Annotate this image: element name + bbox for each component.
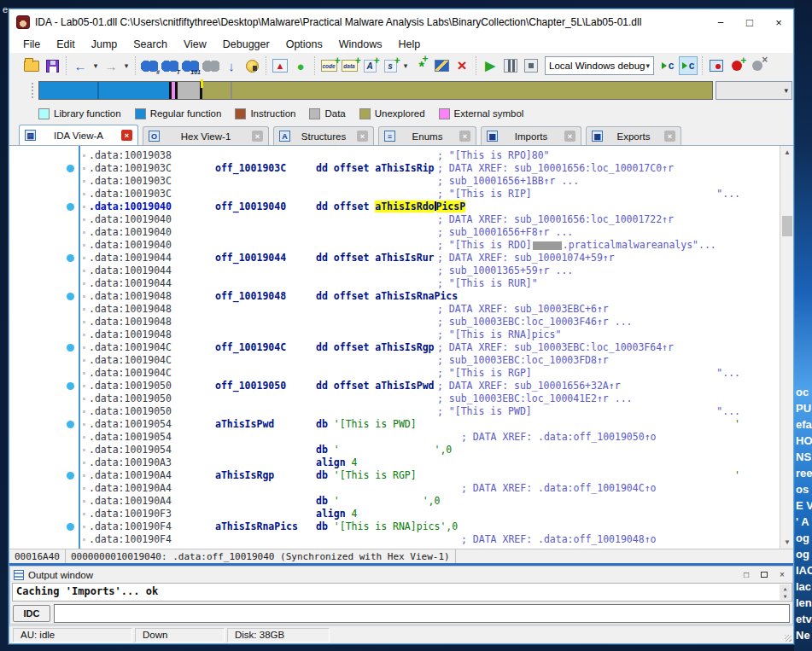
tab-close-icon[interactable]: × — [459, 131, 470, 142]
disasm-row[interactable]: .data:100190A4; DATA XREF: .data:off_100… — [80, 482, 780, 495]
disasm-row[interactable]: .data:1001903C; sub_10001656+1BB↑r ... — [80, 175, 780, 188]
start-debugger-button[interactable]: ▶ — [481, 56, 499, 75]
menu-item-debugger[interactable]: Debugger — [223, 38, 270, 50]
disasm-row[interactable]: .data:100190A4db ' ',0 — [80, 495, 780, 508]
disasm-row[interactable]: .data:10019044; sub_10001365+59↑r ... — [80, 264, 780, 277]
title-bar[interactable]: IDA - Lab05-01.dll C:\Users\cnitfiftythr… — [9, 9, 793, 35]
item-dot[interactable] — [67, 344, 74, 352]
tab-enums[interactable]: ≡Enums× — [378, 126, 476, 145]
output-title-bar[interactable]: Output window □ × — [10, 567, 792, 583]
create-struct-button[interactable]: s — [381, 56, 400, 75]
disasm-row[interactable]: .data:100190A3align 4 — [80, 456, 780, 469]
attach-process-icon[interactable]: c — [658, 56, 677, 75]
vertical-scrollbar[interactable]: ▲ ▼ — [780, 146, 793, 549]
disasm-row[interactable]: .data:10019054; DATA XREF: .data:off_100… — [80, 431, 780, 444]
jump-forward-button[interactable]: → — [102, 56, 120, 75]
maximize-button[interactable]: □ — [735, 9, 764, 35]
create-data-button[interactable]: data — [340, 56, 359, 75]
disasm-row[interactable]: .data:10019048; "[This is RNA]pics" — [80, 328, 780, 341]
create-struct-dropdown[interactable]: ▾ — [401, 61, 410, 70]
disasm-row[interactable]: .data:10019054db ' ',0 — [80, 444, 780, 456]
disasm-row[interactable]: .data:100190F4; DATA XREF: .data:off_100… — [80, 533, 780, 546]
continue-process-icon[interactable]: c — [679, 56, 698, 75]
menu-item-jump[interactable]: Jump — [91, 38, 118, 50]
tab-exports[interactable]: ▦Exports× — [586, 126, 681, 145]
idc-input[interactable] — [54, 604, 790, 623]
menu-item-search[interactable]: Search — [133, 38, 167, 50]
idc-button[interactable]: IDC — [13, 605, 50, 622]
create-code-button[interactable]: code — [319, 56, 338, 75]
item-dot[interactable] — [67, 293, 74, 300]
disasm-row[interactable]: .data:10019040off_10019040dd offset aThi… — [80, 201, 780, 213]
breakpoint-gutter[interactable] — [63, 146, 79, 549]
item-dot[interactable] — [67, 203, 74, 211]
tab-close-icon[interactable]: × — [564, 131, 575, 142]
disasm-row[interactable]: .data:100190A4aThisIsRgpdb '[This is RGP… — [80, 469, 780, 482]
pause-debugger-button[interactable] — [501, 56, 520, 75]
disasm-row[interactable]: .data:10019040; "[This is RDO].praticalm… — [80, 239, 780, 252]
navigation-band[interactable] — [38, 81, 713, 100]
disasm-row[interactable]: .data:1001904Coff_1001904Cdd offset aThi… — [80, 341, 780, 354]
analysis-ok-indicator[interactable]: ● — [291, 56, 310, 75]
jump-to-address-button[interactable]: ↓ — [222, 56, 241, 75]
disasm-row[interactable]: .data:100190F4aThisIsRnaPicsdb '[This is… — [80, 520, 780, 533]
output-close-button[interactable]: × — [775, 569, 789, 581]
scroll-down-icon[interactable]: ▼ — [780, 536, 794, 549]
disasm-row[interactable]: .data:10019048off_10019048dd offset aThi… — [80, 290, 780, 303]
disasm-row[interactable]: .data:1001904C; sub_10003EBC:loc_10003FD… — [80, 354, 780, 367]
resize-grip[interactable] — [785, 635, 792, 642]
disasm-row[interactable]: .data:10019044; "[This is RUR]" — [80, 277, 780, 290]
disasm-row[interactable]: .data:10019048; sub_10003EBC:loc_10003F4… — [80, 316, 780, 328]
scroll-up-icon[interactable]: ▲ — [780, 146, 794, 159]
output-log[interactable]: Caching 'Imports'... ok ▲ ▼ — [12, 583, 792, 602]
item-dot[interactable] — [67, 421, 74, 428]
disasm-row[interactable]: .data:1001904C; "[This is RGP]"... — [80, 367, 780, 380]
add-breakpoint-button[interactable] — [727, 56, 746, 75]
output-float-button[interactable] — [757, 569, 771, 581]
disasm-row[interactable]: .data:100190F3align 4 — [80, 508, 780, 520]
menu-item-view[interactable]: View — [184, 38, 207, 50]
menu-item-file[interactable]: File — [23, 38, 40, 50]
search-text-button[interactable]: T — [161, 56, 179, 75]
open-file-button[interactable] — [22, 56, 41, 75]
create-enum-button[interactable]: * — [412, 56, 430, 75]
item-dot[interactable] — [67, 382, 74, 390]
disasm-row[interactable]: .data:10019040; DATA XREF: sub_10001656:… — [80, 213, 780, 226]
menu-item-edit[interactable]: Edit — [56, 38, 75, 50]
jump-back-dropdown[interactable]: ▾ — [91, 61, 100, 70]
disasm-row[interactable]: .data:10019038; "[This is RPO]80" — [80, 149, 780, 162]
menu-item-help[interactable]: Help — [398, 38, 420, 50]
breakpoint-list-button[interactable] — [707, 56, 726, 75]
disassembly-listing[interactable]: .data:10019038; "[This is RPO]80".data:1… — [80, 146, 780, 549]
save-database-button[interactable] — [43, 56, 61, 75]
undefine-button[interactable]: × — [453, 56, 471, 75]
search-next-button[interactable] — [202, 56, 220, 75]
item-dot[interactable] — [67, 472, 74, 480]
disasm-row[interactable]: .data:10019048; DATA XREF: sub_10003EBC+… — [80, 303, 780, 316]
minimize-button[interactable]: − — [706, 9, 735, 35]
item-dot[interactable] — [67, 523, 74, 531]
search-binary-button[interactable]: 101 — [181, 56, 200, 75]
stop-debugger-button[interactable] — [522, 56, 540, 75]
search-names-button[interactable]: # — [140, 56, 159, 75]
item-dot[interactable] — [67, 165, 74, 172]
tab-ida-view-a[interactable]: ▤IDA View-A× — [19, 125, 138, 145]
menu-item-options[interactable]: Options — [286, 38, 323, 50]
disasm-row[interactable]: .data:10019050; "[This is PWD]"... — [80, 405, 780, 418]
item-dot[interactable] — [67, 254, 74, 262]
output-maximize-button[interactable]: □ — [739, 569, 753, 581]
jump-forward-dropdown[interactable]: ▾ — [122, 61, 131, 70]
tab-hex-view-1[interactable]: OHex View-1× — [143, 126, 269, 145]
disasm-row[interactable]: .data:10019054aThisIsPwddb '[This is PWD… — [80, 418, 780, 431]
tab-close-icon[interactable]: × — [357, 131, 368, 142]
band-combobox[interactable]: ▾ — [716, 81, 792, 100]
close-button[interactable]: × — [764, 9, 793, 35]
menu-item-windows[interactable]: Windows — [339, 38, 383, 50]
disasm-row[interactable]: .data:10019050off_10019050dd offset aThi… — [80, 380, 780, 392]
tab-close-icon[interactable]: × — [664, 131, 675, 142]
create-string-button[interactable]: A — [360, 56, 379, 75]
scrollbar-thumb[interactable] — [782, 216, 792, 236]
scroll-down-icon[interactable]: ▼ — [784, 593, 787, 599]
disasm-row[interactable]: .data:10019044off_10019044dd offset aThi… — [80, 252, 780, 264]
tab-close-icon[interactable]: × — [121, 130, 132, 141]
